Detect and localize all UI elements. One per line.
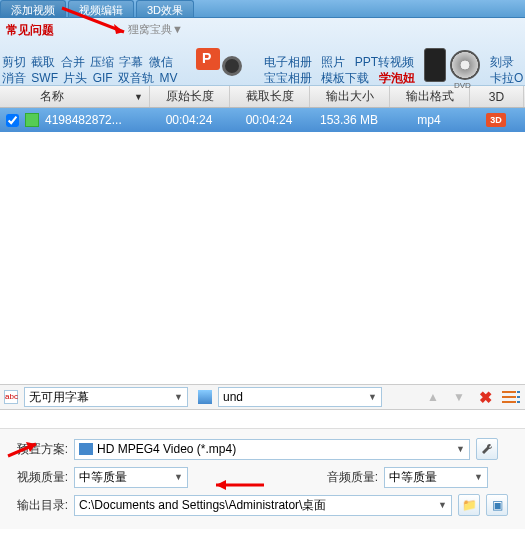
phone-disc-icon[interactable] bbox=[424, 48, 480, 82]
link-ealbum[interactable]: 电子相册 bbox=[264, 55, 312, 69]
wrench-icon bbox=[480, 442, 494, 456]
preset-select[interactable]: HD MPEG4 Video (*.mp4)▼ bbox=[74, 439, 470, 460]
ppt-film-icon[interactable] bbox=[196, 48, 248, 84]
cell-size: 153.36 MB bbox=[309, 113, 389, 127]
cell-filename: 4198482872... bbox=[45, 113, 149, 127]
header-output-size[interactable]: 输出大小 bbox=[310, 86, 390, 107]
tool-intro[interactable]: 片头 bbox=[63, 71, 87, 85]
audio-quality-label: 音频质量: bbox=[318, 469, 378, 486]
li-bao-dropdown[interactable]: 狸窝宝典▼ bbox=[128, 22, 183, 37]
header-original-length[interactable]: 原始长度 bbox=[150, 86, 230, 107]
preset-label: 预置方案: bbox=[8, 441, 68, 458]
svg-rect-2 bbox=[502, 401, 516, 403]
delete-button[interactable]: ✖ bbox=[475, 387, 495, 407]
link-babyalbum[interactable]: 宝宝相册 bbox=[264, 71, 312, 85]
audio-icon bbox=[198, 390, 212, 404]
svg-rect-4 bbox=[517, 396, 520, 398]
link-template[interactable]: 模板下载 bbox=[321, 71, 369, 85]
move-down-button[interactable]: ▼ bbox=[449, 387, 469, 407]
output-dir-label: 输出目录: bbox=[8, 497, 68, 514]
open-folder-icon: ▣ bbox=[492, 498, 503, 512]
tool-dualaudio[interactable]: 双音轨 bbox=[118, 71, 154, 85]
tool-row-1: 剪切 截取 合并 压缩 字幕 微信 bbox=[2, 54, 179, 70]
header-3d[interactable]: 3D bbox=[470, 86, 524, 107]
header-name[interactable]: 名称▼ bbox=[0, 86, 150, 107]
video-quality-label: 视频质量: bbox=[8, 469, 68, 486]
subtitle-icon: abc bbox=[4, 390, 18, 404]
tool-subtitle[interactable]: 字幕 bbox=[119, 55, 143, 69]
tab-video-edit[interactable]: 视频编辑 bbox=[68, 0, 134, 17]
video-quality-select[interactable]: 中等质量▼ bbox=[74, 467, 188, 488]
header-cut-length[interactable]: 截取长度 bbox=[230, 86, 310, 107]
file-icon bbox=[25, 113, 39, 127]
link-hot[interactable]: 学泡妞 bbox=[379, 71, 415, 85]
tab-3d-effect[interactable]: 3D效果 bbox=[136, 0, 194, 17]
tool-swf[interactable]: SWF bbox=[31, 71, 58, 85]
cell-format: mp4 bbox=[389, 113, 469, 127]
file-list: 4198482872... 00:04:24 00:04:24 153.36 M… bbox=[0, 108, 525, 384]
browse-folder-button[interactable]: 📁 bbox=[458, 494, 480, 516]
tool-mute[interactable]: 消音 bbox=[2, 71, 26, 85]
cell-cut-length: 00:04:24 bbox=[229, 113, 309, 127]
table-row[interactable]: 4198482872... 00:04:24 00:04:24 153.36 M… bbox=[0, 108, 525, 132]
svg-rect-5 bbox=[517, 401, 520, 403]
column-headers: 名称▼ 原始长度 截取长度 输出大小 输出格式 3D bbox=[0, 86, 525, 108]
tab-add-video[interactable]: 添加视频 bbox=[0, 0, 66, 17]
list-options-button[interactable] bbox=[501, 387, 521, 407]
cell-3d[interactable]: 3D bbox=[469, 113, 523, 127]
link-ppt2video[interactable]: PPT转视频 bbox=[355, 55, 414, 69]
preset-icon bbox=[79, 443, 93, 455]
cell-orig-length: 00:04:24 bbox=[149, 113, 229, 127]
open-folder-button[interactable]: ▣ bbox=[486, 494, 508, 516]
tool-wechat[interactable]: 微信 bbox=[149, 55, 173, 69]
audio-select[interactable]: und▼ bbox=[218, 387, 382, 407]
subtitle-select[interactable]: 无可用字幕▼ bbox=[24, 387, 188, 407]
faq-link[interactable]: 常见问题 bbox=[6, 22, 54, 39]
move-up-button[interactable]: ▲ bbox=[423, 387, 443, 407]
svg-rect-3 bbox=[517, 391, 520, 393]
output-dir-select[interactable]: C:\Documents and Settings\Administrator\… bbox=[74, 495, 452, 516]
link-karaoke[interactable]: 卡拉O bbox=[490, 70, 523, 86]
audio-quality-select[interactable]: 中等质量▼ bbox=[384, 467, 488, 488]
tool-mv[interactable]: MV bbox=[159, 71, 177, 85]
tool-cut[interactable]: 剪切 bbox=[2, 55, 26, 69]
tool-row-2: 消音 SWF 片头 GIF 双音轨 MV bbox=[2, 70, 179, 86]
tool-compress[interactable]: 压缩 bbox=[90, 55, 114, 69]
tool-gif[interactable]: GIF bbox=[93, 71, 113, 85]
folder-icon: 📁 bbox=[462, 498, 477, 512]
link-photo[interactable]: 照片 bbox=[321, 55, 345, 69]
tool-capture[interactable]: 截取 bbox=[31, 55, 55, 69]
svg-rect-1 bbox=[502, 396, 516, 398]
link-burn[interactable]: 刻录 bbox=[490, 54, 523, 70]
row-checkbox[interactable] bbox=[6, 114, 19, 127]
svg-rect-0 bbox=[502, 391, 516, 393]
tool-merge[interactable]: 合并 bbox=[61, 55, 85, 69]
preset-settings-button[interactable] bbox=[476, 438, 498, 460]
